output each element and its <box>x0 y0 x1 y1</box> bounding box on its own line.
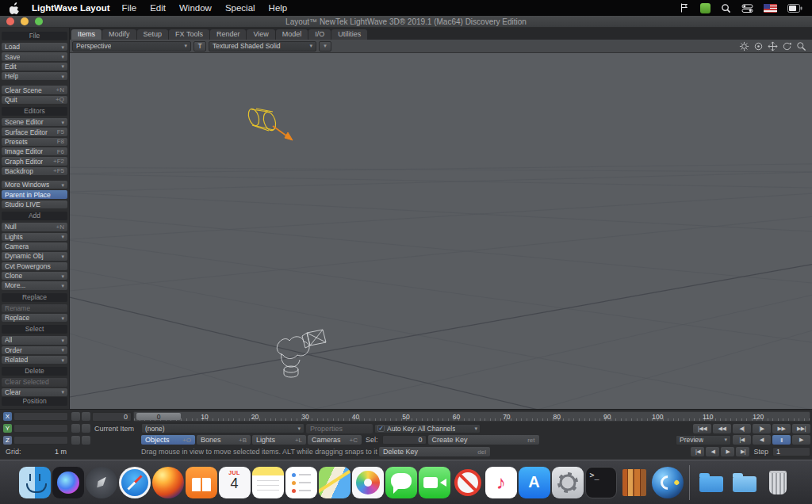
window-titlebar[interactable]: Layout™ NewTek LightWave 3D® 2019.1 (Mac… <box>0 16 812 28</box>
step-transport-button-1[interactable]: ◀ <box>706 447 719 456</box>
folder-downloads-dock-icon[interactable] <box>695 467 727 498</box>
us-flag-input-icon[interactable] <box>764 4 777 13</box>
apple-menu-icon[interactable] <box>10 2 20 14</box>
objects-button[interactable]: Objects+O <box>141 435 195 445</box>
transport-button-1[interactable]: ◀◀ <box>713 424 731 433</box>
sidebar-item-image-editor[interactable]: Image EditorF6 <box>2 147 67 155</box>
view-mode-dropdown[interactable]: Perspective ▾ <box>72 41 191 52</box>
sidebar-item-quit[interactable]: Quit+Q <box>2 96 67 104</box>
sidebar-item-parent-in-place[interactable]: Parent in Place <box>2 190 67 198</box>
camera-target-icon[interactable] <box>753 40 764 52</box>
texture-button[interactable] <box>82 436 90 445</box>
sidebar-item-lights[interactable]: Lights▾ <box>2 233 67 241</box>
envelope-button[interactable] <box>71 424 80 433</box>
perspective-viewport[interactable] <box>70 53 812 409</box>
sidebar-item-dynamic-obj[interactable]: Dynamic Obj▾ <box>2 252 67 260</box>
tab-i-o[interactable]: I/O <box>308 29 331 40</box>
preview-transport-button-0[interactable]: |◀ <box>733 435 751 445</box>
gear-icon[interactable] <box>738 40 749 52</box>
shading-mode-dropdown[interactable]: Textured Shaded Solid ▾ <box>209 41 316 52</box>
reminders-dock-icon[interactable] <box>285 467 317 498</box>
menubar-app-name[interactable]: LightWave Layout <box>32 3 110 13</box>
frame-slider[interactable]: 0 <box>136 413 181 420</box>
delete-key-button[interactable]: Delete Key del <box>379 447 490 456</box>
spotlight-icon[interactable] <box>721 3 731 13</box>
tab-view[interactable]: View <box>247 29 274 40</box>
tab-render[interactable]: Render <box>210 29 247 40</box>
sidebar-item-all[interactable]: All▾ <box>2 336 67 344</box>
books-dock-icon[interactable] <box>186 467 217 498</box>
create-key-button[interactable]: Create Key ret <box>428 435 539 445</box>
sidebar-item-clear-selected[interactable]: Clear Selected <box>2 378 67 386</box>
sidebar-item-load[interactable]: Load▾ <box>2 43 67 51</box>
sidebar-item-camera[interactable]: Camera <box>2 242 67 250</box>
safari-dock-icon[interactable] <box>119 467 151 498</box>
sidebar-item-clone[interactable]: Clone▾ <box>2 272 67 280</box>
sidebar-item-help[interactable]: Help▾ <box>2 72 67 80</box>
lightwave-dock-icon[interactable] <box>652 467 684 498</box>
messages-dock-icon[interactable] <box>385 467 417 498</box>
current-frame-field[interactable]: 0 <box>92 412 132 422</box>
control-center-icon[interactable] <box>741 3 753 13</box>
menu-help[interactable]: Help <box>269 3 288 13</box>
sidebar-item-rename[interactable]: Rename <box>2 304 67 312</box>
green-app-icon[interactable] <box>700 3 710 13</box>
sidebar-item-order[interactable]: Order▾ <box>2 346 67 354</box>
photos-dock-icon[interactable] <box>352 467 384 498</box>
folder-documents-dock-icon[interactable] <box>729 467 760 498</box>
sidebar-item-more[interactable]: More...▾ <box>2 281 67 289</box>
checkbox-checked-icon[interactable]: ✓ <box>377 425 385 432</box>
x-value-field[interactable] <box>13 412 68 421</box>
texture-button[interactable] <box>82 424 90 433</box>
sidebar-item-clear-scene[interactable]: Clear Scene+N <box>2 86 67 94</box>
bones-button[interactable]: Bones+B <box>197 435 251 445</box>
siri-dock-icon[interactable] <box>52 467 84 498</box>
preview-transport-button-1[interactable]: ◀ <box>753 435 771 445</box>
menu-file[interactable]: File <box>122 3 137 13</box>
step-transport-button-0[interactable]: |◀ <box>691 447 704 456</box>
notes-dock-icon[interactable] <box>252 467 284 498</box>
texture-toggle-button[interactable]: T <box>193 41 206 52</box>
menu-window[interactable]: Window <box>179 3 212 13</box>
minimize-window-button[interactable] <box>21 17 29 25</box>
preview-transport-button-3[interactable]: ▶ <box>792 435 810 445</box>
sidebar-item-save[interactable]: Save▾ <box>2 52 67 60</box>
sidebar-item-cvt-powergons[interactable]: Cvt Powergons <box>2 262 67 270</box>
preview-transport-button-2[interactable]: ‖ <box>772 435 791 445</box>
tab-model[interactable]: Model <box>276 29 308 40</box>
viewport-options-dropdown[interactable]: ▾ <box>319 41 331 52</box>
sidebar-item-related[interactable]: Related▾ <box>2 356 67 364</box>
menu-edit[interactable]: Edit <box>150 3 166 13</box>
zoom-window-button[interactable] <box>35 17 43 25</box>
book-stack-dock-icon[interactable] <box>619 467 650 498</box>
sidebar-item-backdrop[interactable]: Backdrop+F5 <box>2 167 67 175</box>
menu-special[interactable]: Special <box>225 3 255 13</box>
tab-setup[interactable]: Setup <box>137 29 169 40</box>
step-transport-button-3[interactable]: ▶| <box>736 447 749 456</box>
sidebar-item-presets[interactable]: PresetsF8 <box>2 138 67 146</box>
sidebar-item-surface-editor[interactable]: Surface EditorF5 <box>2 128 67 136</box>
sidebar-item-edit[interactable]: Edit▾ <box>2 63 67 71</box>
z-value-field[interactable] <box>13 436 68 445</box>
pan-icon[interactable] <box>767 40 778 52</box>
sidebar-item-replace[interactable]: Replace▾ <box>2 314 67 322</box>
transport-button-3[interactable]: |▶ <box>753 424 771 433</box>
y-value-field[interactable] <box>13 424 68 433</box>
texture-button[interactable] <box>82 412 90 421</box>
rotate-icon[interactable] <box>781 40 792 52</box>
firefox-dock-icon[interactable] <box>152 467 184 498</box>
close-window-button[interactable] <box>6 17 14 25</box>
transport-button-0[interactable]: |◀◀ <box>693 424 711 433</box>
tab-items[interactable]: Items <box>71 29 102 40</box>
app-store-dock-icon[interactable]: A <box>519 467 550 498</box>
z-axis-label[interactable]: Z <box>3 436 12 445</box>
transport-button-2[interactable]: ◀| <box>733 424 751 433</box>
terminal-dock-icon[interactable]: >_ <box>585 467 617 498</box>
cameras-button[interactable]: Cameras+C <box>308 435 362 445</box>
trash-dock-icon[interactable] <box>762 467 794 498</box>
maps-dock-icon[interactable] <box>319 467 350 498</box>
timeline-ruler[interactable]: 0102030405060708090100110120 0 <box>133 411 810 422</box>
pennant-icon[interactable] <box>679 2 690 13</box>
sidebar-item-null[interactable]: Null+N <box>2 223 67 231</box>
finder-dock-icon[interactable] <box>19 467 51 498</box>
